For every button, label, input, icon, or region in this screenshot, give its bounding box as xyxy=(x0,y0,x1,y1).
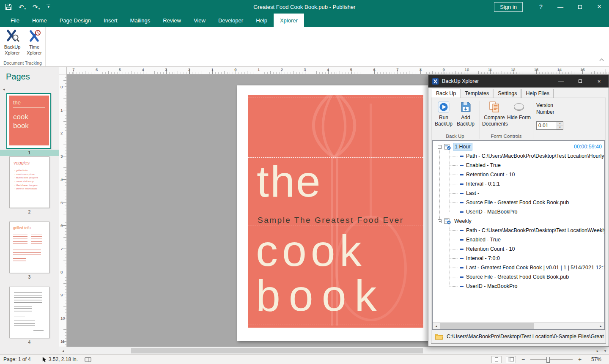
group-label: Document Tracking xyxy=(0,60,45,66)
ribbon-tab-developer[interactable]: Developer xyxy=(212,14,250,27)
backup-tab-settings[interactable]: Settings xyxy=(494,89,521,98)
tree-property-row[interactable]: Enabled - True xyxy=(433,161,604,170)
cover-design: the Sample The Greatest Food Ever cook b… xyxy=(248,95,423,328)
restore-icon xyxy=(578,5,582,9)
scroll-down-arrow[interactable]: ▾ xyxy=(601,347,609,354)
tree-property-row[interactable]: Last - Greatest Food Cook Book | v0.01 |… xyxy=(433,263,604,272)
customize-caret-icon: ▾ xyxy=(48,5,49,9)
hide-form-button[interactable]: Hide Form xyxy=(507,101,531,121)
page-thumbnail-2[interactable]: veggies grilled tofumushroom pizzastuffe… xyxy=(9,156,49,208)
tree-collapse-icon[interactable] xyxy=(438,145,442,149)
run-backup-icon xyxy=(438,101,450,113)
two-page-view-button[interactable] xyxy=(506,356,516,363)
backup-xplorer-button[interactable]: BackUp Xplorer xyxy=(2,29,23,56)
help-button[interactable]: ? xyxy=(531,0,551,14)
tree-collapse-icon[interactable] xyxy=(438,219,442,223)
run-backup-button[interactable]: Run BackUp xyxy=(431,101,456,127)
sign-in-button[interactable]: Sign in xyxy=(494,2,523,12)
single-page-view-button[interactable] xyxy=(491,356,502,363)
tree-property-row[interactable]: Retention Count - 10 xyxy=(433,244,604,254)
backup-close-button[interactable]: × xyxy=(590,75,609,88)
tree-node-weekly[interactable]: Weekly xyxy=(433,216,604,226)
page-thumbnail-4[interactable] xyxy=(9,287,49,338)
add-backup-button[interactable]: Add BackUp xyxy=(453,101,478,127)
page-info[interactable]: Page: 1 of 4 xyxy=(3,356,31,362)
h-ruler-number: 5 xyxy=(119,67,121,72)
tree-node-1-hour[interactable]: 1 Hour00:00:59:40 xyxy=(433,142,604,151)
backup-status-path: C:\Users\MacBookPro\Desktop\Test Locatio… xyxy=(447,334,604,339)
tree-property-row[interactable]: Source File - Greatest Food Cook Book.pu… xyxy=(433,272,604,282)
page-thumbnail-3[interactable]: grilled tofu xyxy=(9,222,49,273)
ribbon-tab-review[interactable]: Review xyxy=(156,14,187,27)
ribbon-tab-mailings[interactable]: Mailings xyxy=(124,14,157,27)
tree-property-row[interactable]: Path - C:\Users\MacBookPro\Desktop\Test … xyxy=(433,226,604,235)
tree-scroll-thumb[interactable] xyxy=(440,323,534,329)
zoom-slider-track xyxy=(530,359,573,360)
tree-node-label: 1 Hour xyxy=(453,143,472,151)
property-bullet-icon xyxy=(460,174,464,175)
backup-minimize-button[interactable]: — xyxy=(551,75,571,88)
spin-up-icon[interactable]: ▲ xyxy=(557,122,563,126)
zoom-level[interactable]: 57% xyxy=(587,356,601,362)
tree-property-row[interactable]: Interval - 0:1:1 xyxy=(433,179,604,189)
close-button[interactable]: × xyxy=(590,0,609,14)
collapse-ribbon-button[interactable] xyxy=(600,56,603,64)
tree-property-row[interactable]: UserID - MacBookPro xyxy=(433,282,604,291)
tree-connector xyxy=(450,249,458,249)
spin-down-icon[interactable]: ▼ xyxy=(557,126,563,129)
ribbon-tab-help[interactable]: Help xyxy=(250,14,274,27)
undo-button[interactable]: ↶▾ xyxy=(19,4,26,10)
backup-tab-templates[interactable]: Templates xyxy=(461,89,493,98)
tree-property-row[interactable]: Enabled - True xyxy=(433,235,604,244)
v-ruler-number: 1 xyxy=(60,107,63,112)
ribbon-tab-page-design[interactable]: Page Design xyxy=(53,14,97,27)
time-xplorer-button[interactable]: Time Xplorer xyxy=(24,29,45,56)
tree-property-row[interactable]: Path - C:\Users\MacBookPro\Desktop\Test … xyxy=(433,151,604,161)
status-bar: Page: 1 of 4 3.52, 2.18 in. − + 57% xyxy=(0,354,609,364)
backup-tab-back-up[interactable]: Back Up xyxy=(432,88,460,98)
customize-quick-access-button[interactable]: ▾ xyxy=(47,5,50,9)
version-number-value[interactable]: 0.01 xyxy=(537,122,557,129)
tree-property-row[interactable]: Last - xyxy=(433,189,604,198)
horizontal-scroll-thumb[interactable] xyxy=(131,348,423,353)
thumb3-text-block xyxy=(13,235,27,246)
zoom-slider-thumb[interactable] xyxy=(546,357,550,363)
zoom-in-button[interactable]: + xyxy=(577,356,583,363)
tree-property-row[interactable]: Source File - Greatest Food Cook Book.pu… xyxy=(433,198,604,207)
ribbon-tab-insert[interactable]: Insert xyxy=(97,14,124,27)
scroll-right-arrow[interactable]: ▸ xyxy=(594,347,601,354)
minimize-button[interactable]: — xyxy=(551,0,570,14)
ribbon-tab-home[interactable]: Home xyxy=(26,14,53,27)
ribbon-tab-xplorer[interactable]: Xplorer xyxy=(274,14,304,27)
h-ruler-number: 6 xyxy=(373,67,375,72)
collapse-pages-icon[interactable]: ◂ xyxy=(3,87,5,91)
publication-page[interactable]: the Sample The Greatest Food Ever cook b… xyxy=(237,85,428,341)
tree-property-row[interactable]: Interval - 7:0:0 xyxy=(433,254,604,263)
tree-node-label: Weekly xyxy=(453,218,473,224)
tree-property-row[interactable]: Retention Count - 10 xyxy=(433,170,604,179)
hide-form-icon xyxy=(513,101,525,113)
backup-tab-help-files[interactable]: Help Files xyxy=(521,89,554,98)
tree-property-row[interactable]: UserID - MacBookPro xyxy=(433,207,604,216)
two-page-icon xyxy=(508,357,514,361)
backup-maximize-button[interactable] xyxy=(571,75,590,88)
zoom-out-button[interactable]: − xyxy=(520,356,526,363)
thumbnail-list-item: grilled tofu xyxy=(14,169,49,172)
tree-scroll-left-arrow[interactable]: ◂ xyxy=(433,323,440,329)
v-ruler-number: 9 xyxy=(60,293,63,297)
ribbon-tab-view[interactable]: View xyxy=(187,14,212,27)
scroll-left-arrow[interactable]: ◂ xyxy=(59,347,67,354)
compare-documents-button[interactable]: Compare Documents xyxy=(482,101,507,127)
save-icon[interactable] xyxy=(5,3,12,10)
page-thumbnail-1[interactable]: the cook book xyxy=(6,93,51,149)
tree-scroll-right-arrow[interactable]: ▸ xyxy=(597,323,604,329)
property-bullet-icon xyxy=(460,193,464,194)
ribbon-tab-file[interactable]: File xyxy=(4,14,26,27)
tree-property-label: Path - C:\Users\MacBookPro\Desktop\Test … xyxy=(466,153,604,159)
thumb4-text-block xyxy=(14,317,25,318)
redo-button[interactable]: ↷▾ xyxy=(33,4,40,10)
zoom-slider[interactable] xyxy=(530,356,573,363)
restore-button[interactable] xyxy=(570,0,590,14)
version-number-stepper[interactable]: 0.01 ▲ ▼ xyxy=(536,121,563,130)
backup-window-titlebar[interactable]: BackUp Xplorer — × xyxy=(428,75,609,88)
